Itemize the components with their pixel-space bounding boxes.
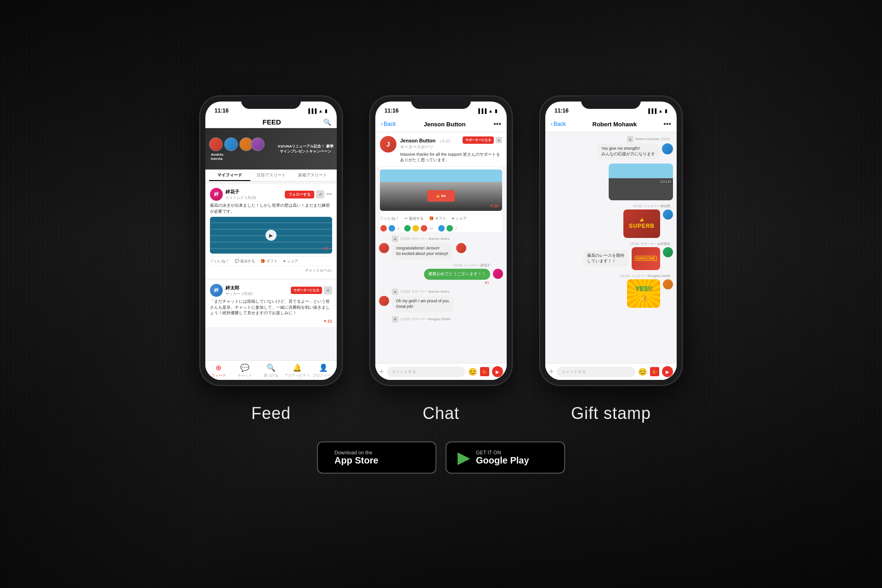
bottom-nav: ⊕ フィード 💬 チャット 🔍 見つける <box>205 360 337 380</box>
gift-emoji-btn[interactable]: 😊 <box>638 368 647 376</box>
gift-screen-content: ‹ Back Robert Mohawk ••• A Robert mohawk… <box>545 116 677 380</box>
commenter-1 <box>380 225 387 232</box>
feed-card-2: 絆 絆太郎 サッカー 1月3日 サポーターになる A <box>205 280 337 327</box>
gift-stamp-1: 1月3日 フォロワー 絆太郎 👍 SUPERB <box>549 204 673 238</box>
chat-phone-section: 11:16 ▐▐▐ ▲ ▮ ‹ Back Jenson Button ••• <box>370 96 512 423</box>
msg1-meta: 1月3日 サポーター Joanna Jones <box>400 237 449 241</box>
googleplay-text: GET IT ON Google Play <box>476 450 529 465</box>
feed-banner-text: KIZUNAリニューアル記念！ 豪華サインプレゼントキャンペーン <box>277 144 334 154</box>
msg1-translate[interactable]: A <box>392 236 398 242</box>
chat-phone-screen: 11:16 ▐▐▐ ▲ ▮ ‹ Back Jenson Button ••• <box>375 102 507 380</box>
gift-stamp2-avatar <box>663 247 673 257</box>
chat-signal-icon: ▐▐▐ <box>477 108 486 113</box>
chat-plus-btn[interactable]: + <box>379 367 384 377</box>
gift-more-btn[interactable]: ••• <box>663 120 671 128</box>
card1-translate-icon[interactable]: A <box>316 190 324 198</box>
msg2-bubble: 優勝おめでとうございます！！ <box>424 269 490 280</box>
chat-label: Chat <box>423 404 459 423</box>
nav-discover[interactable]: 🔍 見つける <box>258 363 284 378</box>
feed-status-icons: ▐▐▐ ▲ ▮ <box>307 108 328 113</box>
gift-athlete-title: Robert Mohawk <box>593 121 637 128</box>
gift-send-btn[interactable]: ▶ <box>662 366 673 377</box>
tab-my-feed[interactable]: マイフィード <box>209 170 250 181</box>
gift-back-btn[interactable]: ‹ Back <box>551 121 566 127</box>
chat-gift-icon[interactable]: 🎁 <box>480 367 489 376</box>
card1-gift-btn[interactable]: 🎁 ギフト <box>260 259 277 264</box>
chat-athlete-avatar: J <box>380 136 396 153</box>
gift-input-field[interactable]: コメントする <box>557 367 635 377</box>
card1-more-icon[interactable]: ••• <box>326 191 332 198</box>
card2-user: 絆 絆太郎 サッカー 1月3日 <box>210 284 253 297</box>
gift-signal-icon: ▐▐▐ <box>647 108 656 113</box>
chat-header: ‹ Back Jenson Button ••• <box>375 116 507 132</box>
gift-phone-screen: 11:16 ▐▐▐ ▲ ▮ ‹ Back Robert Mohawk ••• <box>545 102 677 380</box>
chat-supporter-btn[interactable]: サポーターになる <box>463 136 494 144</box>
msg4-translate[interactable]: A <box>392 316 398 322</box>
feed-header: FEED 🔍 <box>205 116 337 128</box>
wifi-icon: ▲ <box>318 108 323 113</box>
signal-icon: ▐▐▐ <box>307 108 317 113</box>
nav-discover-icon: 🔍 <box>266 363 276 372</box>
gift-stamp-superb: 👍 SUPERB <box>623 209 660 238</box>
gift-photo: LCI LCI <box>609 164 673 200</box>
chat-share-btn[interactable]: ➤ シェア <box>452 216 467 221</box>
nav-discover-label: 見つける <box>264 373 278 378</box>
chat-msg-1: A 1月3日 サポーター Joanna Jones congratulation… <box>379 236 503 260</box>
card1-text: 最高の泳ぎが出来ました！しかし世界の壁は高い！まだまだ練習が必要です。 <box>210 203 332 214</box>
nav-chat[interactable]: 💬 チャット <box>232 363 258 378</box>
nav-chat-label: チャット <box>237 373 252 378</box>
tab-featured[interactable]: 注目アスリート <box>250 170 292 181</box>
nav-feed[interactable]: ⊕ フィード <box>205 363 232 378</box>
card2-translate-icon[interactable]: A <box>324 286 332 294</box>
feed-screen-content: FEED 🔍 <box>205 116 337 380</box>
commenter-5 <box>420 225 428 232</box>
card1-user: 絆 絆花子 スイミング 1月2日 <box>210 188 256 201</box>
chat-reply-btn[interactable]: ↩ 返信する <box>405 216 424 221</box>
appstore-btn[interactable]: Download on the App Store <box>317 441 436 474</box>
gift-stamp-yes: YES!! 👍 <box>627 279 660 308</box>
chat-screen-content: ‹ Back Jenson Button ••• J Jenson Button <box>375 116 507 380</box>
tab-new[interactable]: 新着アスリート <box>292 170 333 181</box>
card1-reply-btn[interactable]: 💬 返信する <box>235 259 255 264</box>
card1-share-btn[interactable]: ➤ シェア <box>283 259 298 264</box>
chat-wifi-icon: ▲ <box>488 108 493 113</box>
nav-activity-label: アクティビティ <box>284 373 310 378</box>
chat-image-likes: ♥ 20 <box>490 204 498 208</box>
chat-more-btn[interactable]: ••• <box>493 120 501 128</box>
googleplay-main: Google Play <box>476 455 529 465</box>
gift-stamp1-avatar <box>663 209 673 220</box>
card1-chat-room-btn[interactable]: チャットルーム › <box>210 266 332 275</box>
card1-heart-count: ♥ 8 <box>322 246 328 251</box>
chat-send-btn[interactable]: ▶ <box>492 366 503 377</box>
chat-back-btn[interactable]: ‹ Back <box>381 121 396 127</box>
commenter-3 <box>404 225 411 232</box>
feed-phone-frame: 11:16 ▐▐▐ ▲ ▮ FEED 🔍 <box>200 96 342 385</box>
chat-battery-icon: ▮ <box>495 108 498 113</box>
msg3-translate[interactable]: A <box>392 288 398 295</box>
nav-profile-icon: 👤 <box>319 363 328 372</box>
gift-status-time: 11:16 <box>554 107 569 114</box>
chat-input-field[interactable]: コメントする <box>387 367 465 377</box>
chat-gift-btn[interactable]: 🎁 ギフト <box>429 216 446 221</box>
card1-follow-btn[interactable]: フォローする <box>285 191 314 198</box>
gift-stamp3-meta: 1月3日 フォロワー Douglas Smith <box>620 274 670 278</box>
googleplay-btn[interactable]: ▶ GET IT ON Google Play <box>446 441 565 474</box>
chat-athlete-sport: モータースポーツ <box>400 144 502 150</box>
nav-profile[interactable]: 👤 プロフィール <box>311 363 337 378</box>
gift-gift-icon[interactable]: 🎁 <box>650 367 659 376</box>
nav-activity[interactable]: 🔔 アクティビティ <box>284 363 311 378</box>
commenter-4 <box>412 225 419 232</box>
card1-avatar: 絆 <box>210 188 223 201</box>
gift-msg1-bubble: You give me strength!!みんなの応援が力になります <box>597 143 659 160</box>
chat-emoji-btn[interactable]: 😊 <box>468 368 477 376</box>
gift-msg1-translate[interactable]: A <box>627 136 633 142</box>
search-icon[interactable]: 🔍 <box>323 119 331 126</box>
chat-athlete-details: Jenson Button 1月3日 サポーターになる A モータースポーツ <box>400 136 502 163</box>
chat-like-btn[interactable]: ♡ いいね！ <box>380 216 399 221</box>
gift-plus-btn[interactable]: + <box>549 367 554 377</box>
card2-supporter-btn[interactable]: サポーターになる <box>291 287 322 294</box>
play-button[interactable]: ▶ <box>266 230 277 241</box>
chat-translate-icon[interactable]: A <box>496 137 502 143</box>
chat-athlete-date: 1月3日 <box>439 139 451 143</box>
card1-like-btn[interactable]: ♡ いいね！ <box>210 259 229 264</box>
